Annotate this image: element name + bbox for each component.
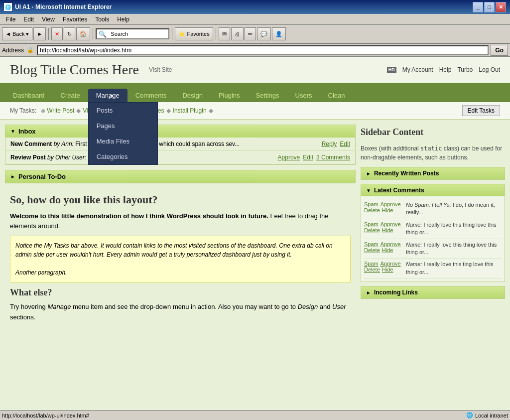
spam-link-4[interactable]: Spam: [364, 261, 379, 267]
status-url: http://localhost/lab/wp-ui/index.htm#: [2, 413, 466, 419]
menu-view[interactable]: View: [38, 15, 59, 24]
menu-tools[interactable]: Tools: [91, 15, 113, 24]
approve-link[interactable]: Approve: [278, 154, 300, 161]
toolbar-separator: [48, 28, 49, 40]
comments-count-link[interactable]: 3 Comments: [316, 154, 350, 161]
delete-link-4[interactable]: Delete: [364, 267, 380, 273]
edit-button[interactable]: ✏: [245, 27, 256, 40]
menu-help[interactable]: Help: [113, 15, 133, 24]
tab-create[interactable]: Create: [53, 89, 88, 102]
hide-link-1[interactable]: Hide: [382, 207, 393, 213]
toolbar: ◄ ◄ BackBack ▾ ► ✕ ↻ 🏠 🔍 ⭐ Favorites ✉ 🖨…: [0, 25, 510, 44]
turbo-link[interactable]: Turbo: [457, 66, 473, 73]
menu-favorites[interactable]: Favorites: [59, 15, 91, 24]
favorites-button[interactable]: ⭐ Favorites: [175, 27, 213, 40]
dropdown-categories[interactable]: Categories: [89, 149, 157, 164]
refresh-button[interactable]: ↻: [64, 27, 75, 40]
maximize-button[interactable]: □: [484, 2, 495, 12]
approve-link-4[interactable]: Approve: [381, 261, 401, 267]
tab-dashboard[interactable]: Dashboard: [5, 89, 53, 102]
approve-link-2[interactable]: Approve: [381, 221, 401, 227]
blog-title: Blog Title Comes Here: [10, 62, 139, 78]
delete-link-2[interactable]: Delete: [364, 227, 380, 233]
inbox-comment-actions: Reply Edit: [322, 140, 350, 147]
approve-link-1[interactable]: Approve: [381, 201, 401, 207]
approve-link-3[interactable]: Approve: [381, 241, 401, 247]
logout-link[interactable]: Log Out: [479, 66, 500, 73]
comment-row-2: Spam Approve Delete Hide Name: I really …: [364, 219, 502, 239]
recently-written-widget: ► Recently Written Posts: [361, 167, 505, 180]
latest-comments-title: Latest Comments: [374, 187, 424, 194]
task-write-post[interactable]: Write Post: [47, 107, 74, 114]
main-intro-text: Welcome to this little demonstration of …: [10, 211, 351, 231]
spam-link-3[interactable]: Spam: [364, 241, 379, 247]
sidebar-description: Boxes (with additional static class) can…: [361, 144, 505, 162]
hide-link-4[interactable]: Hide: [382, 267, 393, 273]
visit-site-link[interactable]: Visit Site: [149, 66, 172, 73]
search-input[interactable]: [109, 31, 168, 37]
comment-4-text: Name: I really love this ting love this …: [406, 261, 502, 276]
todo-title: Personal To-Do: [18, 173, 66, 180]
address-input[interactable]: [40, 47, 486, 54]
right-column: Sidebar Content Boxes (with additional s…: [361, 125, 505, 328]
discuss-button[interactable]: 💬: [257, 27, 271, 40]
hide-link-3[interactable]: Hide: [382, 247, 393, 253]
tab-design[interactable]: Design: [174, 89, 210, 102]
task-install-plugin[interactable]: Install Plugin: [173, 107, 207, 114]
minimize-button[interactable]: _: [473, 2, 483, 12]
main-text-content: So, how do you like this layout? Welcome…: [5, 188, 356, 328]
todo-header[interactable]: ► Personal To-Do: [5, 170, 355, 183]
reply-link[interactable]: Reply: [322, 140, 337, 147]
tab-manage[interactable]: Manage ↗: [88, 89, 128, 102]
spam-link-2[interactable]: Spam: [364, 221, 379, 227]
edit-tasks-button[interactable]: Edit Tasks: [462, 105, 500, 116]
my-account-link[interactable]: My Account: [402, 66, 433, 73]
messenger-button[interactable]: 👤: [272, 27, 286, 40]
help-link[interactable]: Help: [439, 66, 452, 73]
home-button[interactable]: 🏠: [76, 27, 90, 40]
menu-edit[interactable]: Edit: [19, 15, 38, 24]
address-bar: Address 🔒 Go: [0, 44, 510, 57]
ie-icon: 🌐: [4, 3, 12, 11]
go-button[interactable]: Go: [491, 45, 508, 56]
latest-comments-widget: ▼ Latest Comments Spam Approve Delete: [361, 184, 505, 282]
recently-written-header[interactable]: ► Recently Written Posts: [361, 167, 505, 179]
inbox-review-actions: Approve Edit 3 Comments: [278, 154, 350, 161]
delete-link-3[interactable]: Delete: [364, 247, 380, 253]
incoming-links-header[interactable]: ► Incoming Links: [361, 286, 505, 298]
status-right: 🌐 Local intranet: [466, 412, 508, 419]
menu-file[interactable]: File: [2, 15, 19, 24]
edit-link[interactable]: Edit: [340, 140, 350, 147]
back-button[interactable]: ◄ ◄ BackBack ▾: [2, 27, 32, 40]
print-button[interactable]: 🖨: [231, 27, 244, 40]
tab-comments[interactable]: Comments: [128, 89, 175, 102]
window-title: UI A1 - Microsoft Internet Explorer: [15, 3, 112, 10]
tab-plugins[interactable]: Plugins: [211, 89, 248, 102]
inbox-header[interactable]: ▼ Inbox: [5, 125, 355, 138]
dropdown-pages[interactable]: Pages: [89, 118, 157, 134]
hide-link-2[interactable]: Hide: [382, 227, 393, 233]
toolbar-separator4: [216, 28, 216, 40]
nav-tabs: Dashboard Create Manage ↗ Posts Pages Me…: [0, 83, 510, 102]
forward-button[interactable]: ►: [33, 27, 46, 40]
inbox-body: New Comment by Ann: First sentence of th…: [5, 138, 355, 164]
hd-badge: HD: [387, 67, 396, 73]
inbox-row-review: Review Post by Other User: Title of that…: [5, 151, 355, 164]
dropdown-posts[interactable]: Posts: [89, 103, 157, 118]
edit-review-link[interactable]: Edit: [303, 154, 313, 161]
dropdown-media-files[interactable]: Media Files: [89, 134, 157, 149]
incoming-links-title: Incoming Links: [374, 289, 418, 296]
lock-icon: 🔒: [27, 47, 34, 53]
stop-button[interactable]: ✕: [51, 27, 63, 40]
notice-box: Notice the My Tasks bar above. It would …: [10, 236, 351, 282]
main-layout: ▼ Inbox New Comment by Ann: First senten…: [0, 120, 510, 333]
tab-users[interactable]: Users: [287, 89, 320, 102]
delete-link-1[interactable]: Delete: [364, 207, 380, 213]
tab-settings[interactable]: Settings: [248, 89, 287, 102]
tab-clean[interactable]: Clean: [320, 89, 353, 102]
comment-2-text: Name: I really love this thing love this…: [406, 221, 502, 237]
close-button[interactable]: ✕: [496, 2, 506, 12]
mail-button[interactable]: ✉: [219, 27, 230, 40]
latest-comments-header[interactable]: ▼ Latest Comments: [361, 184, 505, 196]
spam-link-1[interactable]: Spam: [364, 201, 379, 207]
